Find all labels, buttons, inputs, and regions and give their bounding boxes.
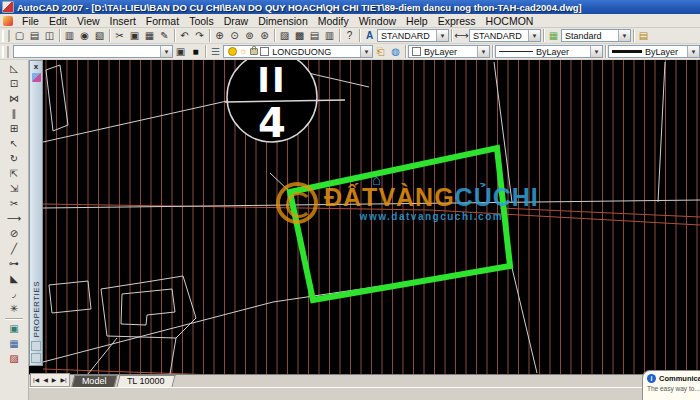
horizontal-scrollbar[interactable] xyxy=(29,387,700,400)
rotate-icon[interactable]: ↻ xyxy=(4,151,24,166)
tab-model[interactable]: Model xyxy=(71,375,117,387)
tab-nav-3[interactable]: ▶| xyxy=(58,374,68,386)
toolbar-grip[interactable] xyxy=(2,30,10,42)
toolbar-grip[interactable] xyxy=(2,46,9,58)
close-icon[interactable]: x xyxy=(34,62,38,71)
redo-icon[interactable]: ↷ xyxy=(192,29,207,43)
copy-icon[interactable]: ▣ xyxy=(127,29,142,43)
palette-properties-icon[interactable] xyxy=(31,341,41,351)
break-icon[interactable]: ╱ xyxy=(4,241,24,256)
qnew-icon[interactable]: ▢ xyxy=(12,29,27,43)
designcenter-icon[interactable]: ▩ xyxy=(292,29,307,43)
properties-palette-bar[interactable]: x PROPERTIES xyxy=(29,60,43,366)
chevron-down-icon[interactable]: ▼ xyxy=(436,30,448,41)
plot-icon[interactable]: ▥ xyxy=(62,29,77,43)
menu-format[interactable]: Format xyxy=(141,14,184,28)
tab-nav-1[interactable]: ◀ xyxy=(41,374,50,386)
copy-object-icon[interactable]: ⊡ xyxy=(4,76,24,91)
chamfer-icon[interactable]: ◣ xyxy=(4,271,24,286)
match-properties-icon[interactable]: ✎ xyxy=(157,29,172,43)
menu-tools[interactable]: Tools xyxy=(184,14,219,28)
stretch-icon[interactable]: ⇲ xyxy=(4,181,24,196)
fillet-icon[interactable]: ◞ xyxy=(4,286,24,301)
drawing-canvas[interactable]: II 4 xyxy=(29,60,700,374)
dim-style-dropdown[interactable]: STANDARD ▼ xyxy=(469,29,541,42)
extend-icon[interactable]: ⟶ xyxy=(4,211,24,226)
menu-insert[interactable]: Insert xyxy=(105,14,141,28)
sheet-set-icon[interactable]: ▤ xyxy=(636,29,651,43)
chevron-down-icon[interactable]: ▼ xyxy=(528,30,540,41)
markup-icon[interactable]: ▨ xyxy=(4,351,24,366)
workspace-settings-icon[interactable]: ▣ xyxy=(173,45,188,59)
menu-express[interactable]: Express xyxy=(433,14,481,28)
chevron-down-icon[interactable]: ▼ xyxy=(687,46,699,57)
table-style-dropdown[interactable]: Standard ▼ xyxy=(561,29,631,42)
cut-icon[interactable]: ✂ xyxy=(112,29,127,43)
publish-icon[interactable]: ▧ xyxy=(92,29,107,43)
zoom-window-icon[interactable]: ⊚ xyxy=(242,29,257,43)
toolbar-separator xyxy=(274,29,275,42)
properties-palette-icon[interactable]: ▨ xyxy=(277,29,292,43)
palette-settings-icon[interactable] xyxy=(31,353,41,363)
tab-nav-0[interactable]: |◀ xyxy=(31,374,41,386)
chevron-down-icon[interactable]: ▼ xyxy=(590,46,602,57)
layer-dropdown[interactable]: ☼ LONGDUONG ▼ xyxy=(223,45,373,58)
drawing-app-icon[interactable] xyxy=(3,16,13,26)
break-at-point-icon[interactable]: ⊘ xyxy=(4,226,24,241)
layer-unlock-icon[interactable] xyxy=(250,48,258,55)
explode-icon[interactable]: ✳ xyxy=(4,301,24,316)
undo-icon[interactable]: ↶ xyxy=(177,29,192,43)
communication-center-balloon[interactable]: i Communication Center The easy way to..… xyxy=(642,370,700,400)
layer-properties-manager-icon[interactable]: ☰ xyxy=(208,45,223,59)
join-icon[interactable]: ⊶ xyxy=(4,256,24,271)
menu-view[interactable]: View xyxy=(72,14,105,28)
chevron-down-icon[interactable]: ▼ xyxy=(360,46,372,57)
menu-items: FileEditViewInsertFormatToolsDrawDimensi… xyxy=(17,14,538,28)
help-icon[interactable]: ? xyxy=(342,29,357,43)
quickcalc-icon[interactable]: ▦ xyxy=(4,336,24,351)
layer-states-icon[interactable]: ◍ xyxy=(388,45,403,59)
zoom-realtime-icon[interactable]: ⊙ xyxy=(227,29,242,43)
layer-previous-icon[interactable]: ⎗ xyxy=(373,45,388,59)
move-icon[interactable]: ↖ xyxy=(4,136,24,151)
array-icon[interactable]: ⊞ xyxy=(4,121,24,136)
save-icon[interactable]: ◫ xyxy=(42,29,57,43)
linetype-control-dropdown[interactable]: ByLayer ▼ xyxy=(495,45,603,58)
lineweight-control-dropdown[interactable]: ByLayer ▼ xyxy=(608,45,700,58)
menu-draw[interactable]: Draw xyxy=(219,14,254,28)
menu-file[interactable]: File xyxy=(17,14,44,28)
chevron-down-icon[interactable]: ▼ xyxy=(618,30,630,41)
paste-icon[interactable]: ▦ xyxy=(142,29,157,43)
layer-on-bulb-icon[interactable] xyxy=(228,47,237,56)
trim-icon[interactable]: ✂ xyxy=(4,196,24,211)
palette-autohide-icon[interactable] xyxy=(32,73,41,82)
layer-thaw-sun-icon[interactable]: ☼ xyxy=(239,48,247,55)
open-icon[interactable]: ▤ xyxy=(27,29,42,43)
erase-icon[interactable]: ◺ xyxy=(4,61,24,76)
layer-color-swatch[interactable] xyxy=(260,47,269,56)
tab-tl-10000[interactable]: TL 10000 xyxy=(117,375,176,387)
tool-palettes-icon[interactable]: ▤ xyxy=(307,29,322,43)
plot-preview-icon[interactable]: ◉ xyxy=(77,29,92,43)
chevron-down-icon[interactable]: ▼ xyxy=(477,46,489,57)
menu-edit[interactable]: Edit xyxy=(44,14,72,28)
tab-nav-2[interactable]: ▶ xyxy=(50,374,59,386)
menu-help[interactable]: Help xyxy=(401,14,433,28)
color-control-dropdown[interactable]: ByLayer ▼ xyxy=(408,45,490,58)
offset-icon[interactable]: ∥ xyxy=(4,106,24,121)
text-style-dropdown[interactable]: STANDARD ▼ xyxy=(377,29,449,42)
workspace-dropdown[interactable]: ▼ xyxy=(13,45,173,58)
menu-hocmon[interactable]: HOCMON xyxy=(481,14,539,28)
workspace-save-icon[interactable]: ■ xyxy=(188,45,203,59)
menu-modify[interactable]: Modify xyxy=(313,14,354,28)
pan-icon[interactable]: ⊕ xyxy=(212,29,227,43)
menu-window[interactable]: Window xyxy=(354,14,401,28)
menu-dimension[interactable]: Dimension xyxy=(253,14,313,28)
sheetset-manager-icon[interactable]: ▥ xyxy=(322,29,337,43)
zoom-previous-icon[interactable]: ⊛ xyxy=(257,29,272,43)
scale-icon[interactable]: ⇱ xyxy=(4,166,24,181)
mirror-icon[interactable]: ⋈ xyxy=(4,91,24,106)
color-swatch xyxy=(412,47,421,56)
chevron-down-icon[interactable]: ▼ xyxy=(160,46,172,57)
properties-tool-icon[interactable]: ▣ xyxy=(4,321,24,336)
